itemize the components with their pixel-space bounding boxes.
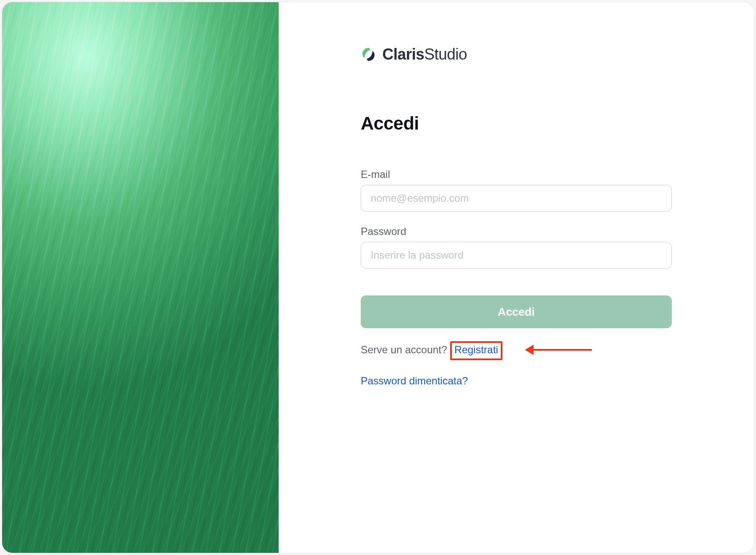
arrow-line-icon <box>534 349 592 351</box>
login-button[interactable]: Accedi <box>361 295 672 328</box>
email-field-group: E-mail <box>361 168 672 212</box>
decorative-left-panel <box>2 2 279 553</box>
forgot-password-row: Password dimenticata? <box>361 375 672 387</box>
login-form-panel: ClarisStudio Accedi E-mail Password Acce… <box>279 2 754 553</box>
brand-name-bold: Claris <box>382 45 424 63</box>
email-input[interactable] <box>361 185 672 212</box>
brand-logo: ClarisStudio <box>361 45 672 63</box>
annotation-highlight-box: Registrati <box>450 341 502 360</box>
annotation-arrow-icon <box>525 345 592 355</box>
signup-link[interactable]: Registrati <box>454 344 498 355</box>
email-label: E-mail <box>361 168 672 181</box>
arrow-head-icon <box>525 345 534 355</box>
password-label: Password <box>361 225 672 238</box>
password-input[interactable] <box>361 242 672 269</box>
password-field-group: Password <box>361 225 672 269</box>
brand-name: ClarisStudio <box>382 45 467 63</box>
page-title: Accedi <box>361 113 672 134</box>
signup-row: Serve un account? Registrati <box>361 341 672 360</box>
login-window: ClarisStudio Accedi E-mail Password Acce… <box>2 2 754 553</box>
brand-name-light: Studio <box>424 45 467 63</box>
forgot-password-link[interactable]: Password dimenticata? <box>361 375 468 387</box>
claris-logo-icon <box>361 47 376 62</box>
signup-prompt: Serve un account? <box>361 344 447 355</box>
